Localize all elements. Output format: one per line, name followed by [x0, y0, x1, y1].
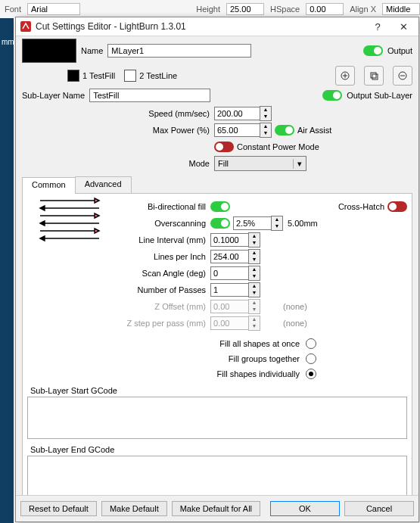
zoffset-none: (none) — [283, 302, 307, 311]
cancel-button[interactable]: Cancel — [344, 501, 414, 516]
airassist-label: Air Assist — [297, 126, 331, 135]
name-label: Name — [81, 46, 103, 55]
tabs: Common Advanced — [22, 176, 412, 194]
output-label: Output — [387, 46, 412, 55]
make-default-button[interactable]: Make Default — [101, 501, 167, 516]
radio-fill-all[interactable] — [306, 338, 316, 349]
end-gcode-label: Sub-Layer End GCode — [27, 445, 407, 454]
output-toggle[interactable] — [363, 45, 383, 56]
svg-marker-8 — [40, 206, 45, 210]
mode-label: Mode — [22, 159, 214, 168]
bidi-toggle[interactable] — [210, 201, 230, 212]
tab-common[interactable]: Common — [22, 177, 76, 194]
sublayer-name-input[interactable] — [89, 89, 210, 102]
scanangle-spinner[interactable]: ▲▼ — [210, 266, 260, 281]
hspace-label: HSpace — [270, 5, 300, 14]
make-default-all-button[interactable]: Make Default for All — [172, 501, 260, 516]
layer-color-swatch[interactable] — [22, 39, 76, 63]
output-sublayer-label: Output Sub-Layer — [347, 91, 412, 100]
maxpower-spinner[interactable]: ▲▼ — [214, 123, 272, 138]
passes-spinner[interactable]: ▲▼ — [210, 282, 260, 297]
svg-marker-12 — [40, 221, 45, 226]
help-button[interactable]: ? — [367, 18, 388, 35]
crosshatch-toggle[interactable] — [387, 201, 407, 212]
zstep-none: (none) — [283, 319, 307, 328]
font-field[interactable]: Arial — [27, 3, 80, 15]
airassist-toggle[interactable] — [275, 125, 294, 135]
height-field[interactable]: 25.00 — [226, 3, 264, 15]
alignx-field[interactable]: Middle — [382, 3, 420, 15]
overscan-spinner[interactable]: ▲▼ — [233, 216, 283, 231]
sublayer-name-label: Sub-Layer Name — [22, 91, 85, 100]
zoffset-label: Z Offset (mm) — [27, 302, 210, 311]
duplicate-sublayer-button[interactable] — [364, 66, 384, 86]
remove-sublayer-button[interactable] — [393, 66, 412, 86]
cut-settings-dialog: Cut Settings Editor - LightBurn 1.3.01 ?… — [15, 17, 419, 522]
fill-direction-icon — [36, 195, 104, 247]
app-icon — [20, 21, 31, 32]
svg-rect-3 — [372, 74, 378, 79]
maxpower-label: Max Power (%) — [22, 126, 214, 135]
svg-marker-6 — [95, 198, 99, 203]
hspace-field[interactable]: 0.00 — [306, 3, 344, 15]
svg-marker-16 — [40, 236, 45, 241]
zstep-spinner: ▲▼ — [210, 316, 260, 331]
sublayer-chip-label: 2 TestLine — [139, 71, 177, 80]
alignx-label: Align X — [350, 5, 376, 14]
zstep-label: Z step per pass (mm) — [27, 319, 210, 328]
output-sublayer-toggle[interactable] — [322, 90, 342, 101]
passes-label: Number of Passes — [27, 285, 210, 294]
unit-label: mm — [2, 38, 14, 46]
sublayer-chip-2[interactable]: 2 TestLine — [124, 70, 177, 82]
lpi-label: Lines per Inch — [27, 252, 210, 261]
svg-marker-14 — [95, 229, 99, 233]
radio-fill-individual[interactable] — [306, 369, 316, 379]
start-gcode-label: Sub-Layer Start GCode — [27, 386, 407, 395]
constpower-toggle[interactable] — [214, 142, 234, 152]
titlebar: Cut Settings Editor - LightBurn 1.3.01 ?… — [16, 17, 418, 36]
overscan-mm: 5.00mm — [288, 219, 318, 228]
scanangle-label: Scan Angle (deg) — [27, 269, 210, 278]
speed-label: Speed (mm/sec) — [22, 109, 214, 118]
overscan-toggle[interactable] — [210, 218, 230, 229]
lineinterval-spinner[interactable]: ▲▼ — [210, 232, 260, 247]
crosshatch-label: Cross-Hatch — [338, 202, 384, 211]
tab-advanced[interactable]: Advanced — [75, 176, 132, 193]
start-gcode-input[interactable] — [27, 397, 407, 439]
speed-spinner[interactable]: ▲▼ — [214, 106, 272, 121]
dialog-footer: Reset to Default Make Default Make Defau… — [16, 495, 418, 521]
radio-label-indiv: Fill shapes individually — [217, 369, 300, 378]
font-label: Font — [5, 5, 21, 14]
svg-marker-10 — [95, 213, 99, 218]
left-ruler — [0, 18, 14, 523]
end-gcode-input[interactable] — [27, 456, 407, 496]
zoffset-spinner: ▲▼ — [210, 299, 260, 314]
svg-rect-2 — [371, 73, 376, 78]
radio-fill-groups[interactable] — [306, 353, 316, 364]
radio-label-all: Fill all shapes at once — [219, 339, 300, 348]
mode-select[interactable]: Fill▾ — [214, 156, 306, 171]
close-button[interactable]: ✕ — [393, 18, 414, 35]
dialog-body: Name Output 1 TestFill 2 TestLine Sub-La — [16, 36, 418, 496]
reset-button[interactable]: Reset to Default — [20, 501, 97, 516]
add-sublayer-button[interactable] — [335, 66, 355, 86]
sublayer-chip-label: 1 TestFill — [82, 71, 115, 80]
height-label: Height — [196, 5, 220, 14]
constpower-label: Constant Power Mode — [237, 142, 319, 151]
radio-label-groups: Fill groups together — [229, 354, 300, 363]
sublayer-chip-1[interactable]: 1 TestFill — [67, 70, 115, 82]
lpi-spinner[interactable]: ▲▼ — [210, 249, 260, 264]
sublayer-chips: 1 TestFill 2 TestLine — [67, 66, 412, 86]
window-title: Cut Settings Editor - LightBurn 1.3.01 — [36, 21, 362, 32]
name-input[interactable] — [107, 44, 251, 58]
ok-button[interactable]: OK — [270, 501, 340, 516]
